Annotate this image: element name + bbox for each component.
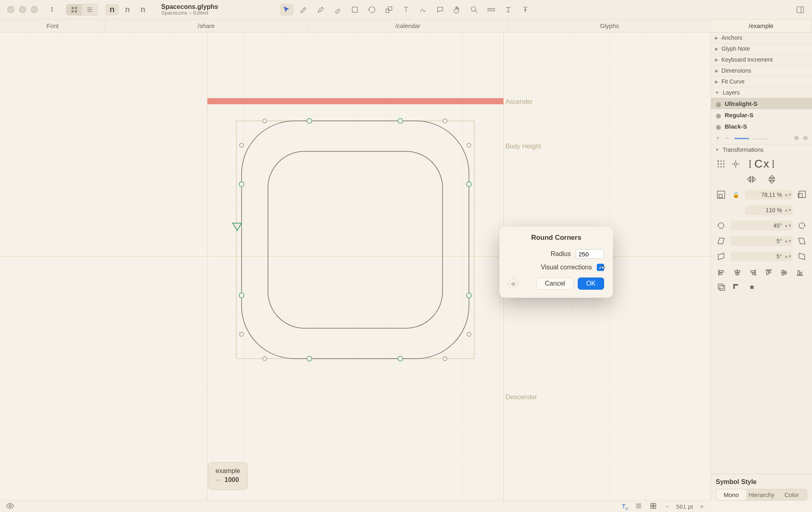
tab-calendar[interactable]: /calendar bbox=[307, 19, 509, 32]
primitive-rect-tool[interactable] bbox=[348, 4, 362, 16]
status-list-icon[interactable] bbox=[635, 502, 642, 511]
stepper-icon[interactable]: ▲▼ bbox=[784, 255, 789, 258]
align-bottom-icon[interactable] bbox=[794, 268, 806, 278]
transform-origin-center-icon[interactable] bbox=[730, 159, 741, 169]
minimize-window-button[interactable] bbox=[19, 6, 26, 13]
align-right-icon[interactable] bbox=[747, 268, 758, 278]
path-union-icon[interactable] bbox=[716, 282, 727, 292]
transform-origin-grid-icon[interactable] bbox=[716, 159, 726, 169]
pencil-tool[interactable] bbox=[314, 4, 328, 16]
rotate-tool[interactable] bbox=[365, 4, 379, 16]
slant-up-icon[interactable] bbox=[797, 252, 807, 261]
align-left-icon[interactable] bbox=[716, 268, 727, 278]
tab-share[interactable]: /share bbox=[106, 19, 307, 32]
transform-reference-glyph-icon[interactable]: ⁞Cx⁞ bbox=[748, 157, 776, 171]
layer-options-icon[interactable]: ⊖ bbox=[803, 135, 808, 141]
slant-h-input[interactable]: 5°▲▼ bbox=[730, 236, 793, 246]
layer-regular[interactable]: ◉ Regular-S bbox=[711, 109, 812, 120]
close-window-button[interactable] bbox=[7, 6, 14, 13]
tab-font[interactable]: Font bbox=[0, 19, 106, 32]
slant-v-input[interactable]: 5°▲▼ bbox=[730, 252, 793, 261]
zoom-value[interactable]: 561 pt bbox=[676, 503, 693, 510]
tab-example[interactable]: /example bbox=[710, 19, 812, 32]
erase-tool[interactable] bbox=[331, 4, 345, 16]
stepper-icon[interactable]: ▲▼ bbox=[784, 240, 789, 242]
toggle-sidebar-button[interactable] bbox=[793, 4, 807, 16]
zoom-in-button[interactable]: ＋ bbox=[699, 503, 705, 510]
layer-eye-icon[interactable]: ◉ bbox=[716, 112, 721, 118]
scale-input[interactable]: 78,11 %▲▼ bbox=[745, 190, 793, 200]
stepper-icon[interactable]: ▲▼ bbox=[784, 209, 789, 211]
scale-down-icon[interactable] bbox=[716, 190, 726, 200]
master-2-button[interactable]: n bbox=[121, 4, 134, 15]
section-layers[interactable]: ▼Layers bbox=[711, 87, 812, 98]
hand-tool[interactable] bbox=[450, 4, 464, 16]
text-tool[interactable] bbox=[399, 4, 413, 16]
path-intersect-icon[interactable] bbox=[746, 282, 758, 292]
status-group-icon[interactable] bbox=[650, 502, 657, 511]
align-top-icon[interactable] bbox=[763, 268, 774, 278]
master-1-button[interactable]: n bbox=[105, 4, 119, 15]
zoom-tool[interactable] bbox=[467, 4, 481, 16]
dialog-options-icon[interactable]: ⊖ bbox=[508, 279, 518, 288]
preview-eye-icon[interactable] bbox=[6, 501, 15, 512]
rotate-cw-icon[interactable] bbox=[797, 221, 807, 230]
edit-canvas[interactable]: Ascender Body Height Descender bbox=[0, 32, 710, 501]
text-tool-status-icon[interactable]: To bbox=[622, 503, 628, 511]
comment-tool[interactable] bbox=[433, 4, 447, 16]
ok-button[interactable]: OK bbox=[578, 278, 604, 290]
add-layer-button[interactable]: ＋ bbox=[715, 134, 721, 142]
other-tool[interactable] bbox=[518, 4, 532, 16]
symbol-style-mono[interactable]: Mono bbox=[716, 489, 746, 500]
slant-down-icon[interactable] bbox=[716, 252, 726, 261]
annotation-tool[interactable] bbox=[416, 4, 430, 16]
stepper-icon[interactable]: ▲▼ bbox=[784, 194, 789, 196]
glyph-outline[interactable] bbox=[207, 105, 503, 405]
layer-ultralight[interactable]: ◉ Ultralight-S bbox=[711, 98, 812, 109]
tab-glyphs[interactable]: Glyphs bbox=[509, 19, 710, 32]
align-center-v-icon[interactable] bbox=[778, 268, 790, 278]
chevron-right-icon: ▶ bbox=[715, 57, 718, 62]
info-icon[interactable] bbox=[46, 4, 58, 16]
cancel-button[interactable]: Cancel bbox=[536, 278, 574, 290]
layer-eye-icon[interactable]: ◉ bbox=[716, 101, 721, 106]
layer-black[interactable]: ◉ Black-S bbox=[711, 120, 812, 132]
master-3-button[interactable]: n bbox=[136, 4, 150, 15]
symbol-style-hierarchy[interactable]: Hierarchy bbox=[746, 489, 776, 500]
visual-corrections-checkbox[interactable]: ✓ bbox=[597, 264, 604, 271]
zoom-window-button[interactable] bbox=[31, 6, 38, 13]
flip-horizontal-icon[interactable] bbox=[746, 174, 757, 184]
path-subtract-icon[interactable] bbox=[731, 282, 742, 292]
pen-tool[interactable] bbox=[297, 4, 311, 16]
list-view-button[interactable] bbox=[82, 4, 97, 15]
section-fit-curve[interactable]: ▶Fit Curve bbox=[711, 76, 812, 87]
flip-vertical-icon[interactable] bbox=[767, 174, 777, 184]
scale-tool[interactable] bbox=[382, 4, 396, 16]
truetype-tool[interactable] bbox=[501, 4, 515, 16]
zoom-out-button[interactable]: － bbox=[664, 503, 670, 510]
layer-sync-icon[interactable]: ⊜ bbox=[794, 135, 799, 141]
rotate-ccw-icon[interactable] bbox=[716, 221, 726, 230]
grid-view-button[interactable] bbox=[67, 4, 82, 15]
measure-tool[interactable] bbox=[484, 4, 498, 16]
section-keyboard-increment[interactable]: ▶Keyboard Increment bbox=[711, 54, 812, 65]
align-center-h-icon[interactable] bbox=[732, 268, 743, 278]
section-transformations[interactable]: ▼Transformations bbox=[711, 144, 812, 155]
lock-aspect-icon[interactable]: 🔒 bbox=[730, 190, 741, 200]
remove-layer-button[interactable]: － bbox=[725, 134, 730, 142]
scale-y-input[interactable]: 110 %▲▼ bbox=[745, 205, 793, 215]
section-anchors[interactable]: ▶Anchors bbox=[711, 32, 812, 43]
svg-rect-75 bbox=[651, 503, 653, 506]
glyph-info-bubble[interactable]: example ↔ 1000 bbox=[208, 462, 248, 490]
stepper-icon[interactable]: ▲▼ bbox=[784, 224, 789, 227]
select-tool[interactable] bbox=[280, 4, 294, 16]
section-glyph-note[interactable]: ▶Glyph Note bbox=[711, 43, 812, 54]
slant-left-icon[interactable] bbox=[716, 236, 726, 246]
symbol-style-color[interactable]: Color bbox=[777, 489, 807, 500]
layer-eye-icon[interactable]: ◉ bbox=[716, 123, 721, 129]
section-dimensions[interactable]: ▶Dimensions bbox=[711, 65, 812, 76]
radius-input[interactable] bbox=[576, 249, 604, 259]
rotate-input[interactable]: 45°▲▼ bbox=[730, 221, 793, 230]
slant-right-icon[interactable] bbox=[797, 236, 807, 246]
scale-up-icon[interactable] bbox=[797, 190, 807, 200]
